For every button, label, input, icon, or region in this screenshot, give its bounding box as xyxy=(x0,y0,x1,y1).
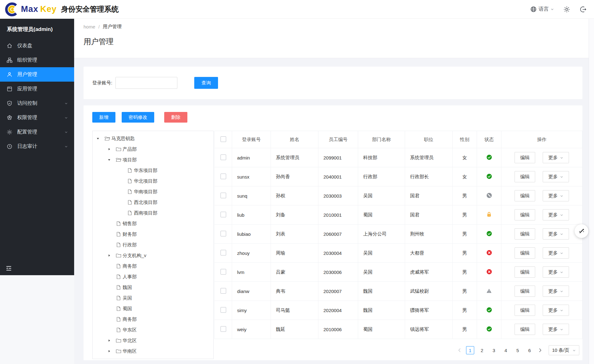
delete-button[interactable]: 删除 xyxy=(164,112,187,123)
tree-node[interactable]: 分支机构_v xyxy=(93,250,213,261)
page-number-2[interactable]: 2 xyxy=(478,346,486,354)
more-button[interactable]: 更多 xyxy=(543,190,569,201)
edit-button[interactable]: 编辑 xyxy=(515,305,535,316)
page-number-5[interactable]: 5 xyxy=(514,346,522,354)
row-checkbox[interactable] xyxy=(221,269,226,275)
more-button[interactable]: 更多 xyxy=(543,171,569,182)
magic-wand-fab[interactable] xyxy=(575,224,588,238)
next-page-button[interactable] xyxy=(537,348,543,352)
sidebar-item-5[interactable]: 权限管理 xyxy=(0,110,74,125)
edit-button[interactable]: 编辑 xyxy=(515,228,535,240)
tree-node[interactable]: 财务部 xyxy=(93,229,213,240)
tree-node[interactable]: 华北项目部 xyxy=(93,176,213,186)
page-number-3[interactable]: 3 xyxy=(490,346,498,354)
tree-node[interactable]: 西北项目部 xyxy=(93,197,213,208)
tree-node[interactable]: 华南项目部 xyxy=(93,186,213,197)
row-checkbox[interactable] xyxy=(221,154,226,160)
more-button[interactable]: 更多 xyxy=(543,324,569,335)
tree-node[interactable]: 销售部 xyxy=(93,218,213,229)
caret-down-icon[interactable] xyxy=(107,158,115,161)
more-button[interactable]: 更多 xyxy=(543,305,569,316)
page-number-6[interactable]: 6 xyxy=(525,346,534,354)
change-password-button[interactable]: 密码修改 xyxy=(122,112,154,123)
tree-node[interactable]: 魏国 xyxy=(93,282,213,293)
caret-right-icon[interactable] xyxy=(107,339,115,342)
file-icon xyxy=(127,168,133,173)
caret-down-icon[interactable] xyxy=(96,137,104,140)
row-checkbox[interactable] xyxy=(221,250,226,255)
sidebar-item-6[interactable]: 配置管理 xyxy=(0,125,74,139)
cell-name: 系统管理员 xyxy=(276,155,299,160)
cell-department: 吴国 xyxy=(363,250,373,255)
gear-icon[interactable] xyxy=(563,6,570,13)
tree-node-label: 分支机构_v xyxy=(123,253,146,259)
page-number-4[interactable]: 4 xyxy=(502,346,510,354)
tree-node[interactable]: 人事部 xyxy=(93,271,213,282)
org-icon xyxy=(6,57,13,63)
page-number-1[interactable]: 1 xyxy=(466,346,474,354)
tree-node[interactable]: 华南区 xyxy=(93,346,213,356)
scrollbar-track[interactable] xyxy=(589,19,594,364)
login-account-input[interactable] xyxy=(115,77,177,89)
caret-right-icon[interactable] xyxy=(107,148,115,151)
sidebar-item-2[interactable]: 用户管理 xyxy=(0,67,74,82)
edit-button[interactable]: 编辑 xyxy=(515,286,535,297)
edit-button[interactable]: 编辑 xyxy=(515,247,535,259)
tree-node[interactable]: 项目部 xyxy=(93,154,213,165)
edit-button[interactable]: 编辑 xyxy=(515,171,535,182)
row-checkbox[interactable] xyxy=(221,231,226,236)
tree-node[interactable]: 蜀国 xyxy=(93,303,213,314)
select-all-checkbox[interactable] xyxy=(221,136,226,142)
query-button[interactable]: 查询 xyxy=(194,77,218,89)
more-button[interactable]: 更多 xyxy=(543,228,569,240)
logout-icon[interactable] xyxy=(580,6,586,13)
tree-node[interactable]: 华东项目部 xyxy=(93,165,213,176)
language-switcher[interactable]: 语言 xyxy=(530,6,554,13)
more-button[interactable]: 更多 xyxy=(543,266,569,278)
tree-node[interactable]: 华东区 xyxy=(93,325,213,335)
sidebar-item-4[interactable]: 访问控制 xyxy=(0,96,74,110)
row-checkbox[interactable] xyxy=(221,326,226,332)
more-button[interactable]: 更多 xyxy=(543,286,569,297)
edit-button[interactable]: 编辑 xyxy=(515,152,535,163)
sidebar-item-0[interactable]: 仪表盘 xyxy=(0,38,74,53)
more-button[interactable]: 更多 xyxy=(543,209,569,220)
more-button[interactable]: 更多 xyxy=(543,152,569,163)
row-checkbox[interactable] xyxy=(221,174,226,179)
add-button[interactable]: 新增 xyxy=(92,112,115,123)
cell-gender: 男 xyxy=(462,250,467,255)
tree-node[interactable]: 西南项目部 xyxy=(93,208,213,218)
caret-right-icon[interactable] xyxy=(107,350,115,353)
more-button[interactable]: 更多 xyxy=(543,247,569,259)
tree-node[interactable]: 马克思钥匙 xyxy=(93,133,213,144)
sidebar-item-label: 仪表盘 xyxy=(17,43,32,49)
page-title: 用户管理 xyxy=(84,37,585,47)
tree-node[interactable]: 商务部 xyxy=(93,314,213,325)
tree-node[interactable]: 商务部 xyxy=(93,261,213,271)
cell-position: 镇远将军 xyxy=(410,326,429,332)
tree-node[interactable]: 行政部 xyxy=(93,240,213,250)
tree-node[interactable]: 吴国 xyxy=(93,293,213,303)
tree-node[interactable]: 产品部 xyxy=(93,144,213,154)
sidebar-item-1[interactable]: 组织管理 xyxy=(0,53,74,67)
edit-button[interactable]: 编辑 xyxy=(515,209,535,220)
tree-node-label: 华南项目部 xyxy=(134,189,157,195)
caret-right-icon[interactable] xyxy=(107,254,115,257)
status-locked-icon xyxy=(487,212,491,217)
edit-button[interactable]: 编辑 xyxy=(515,190,535,201)
edit-button[interactable]: 编辑 xyxy=(515,266,535,278)
sidebar-item-3[interactable]: 应用管理 xyxy=(0,82,74,96)
edit-button[interactable]: 编辑 xyxy=(515,324,535,335)
row-checkbox[interactable] xyxy=(221,288,226,294)
menu-fold-icon[interactable] xyxy=(5,265,13,272)
prev-page-button[interactable] xyxy=(457,348,462,352)
cell-account: dianw xyxy=(237,289,249,294)
row-checkbox[interactable] xyxy=(221,212,226,217)
page-size-select[interactable]: 10 条/页 xyxy=(549,345,579,355)
sidebar-item-7[interactable]: 日志审计 xyxy=(0,139,74,154)
file-icon xyxy=(127,200,133,205)
row-checkbox[interactable] xyxy=(221,193,226,198)
breadcrumb-home[interactable]: home xyxy=(84,24,95,29)
tree-node[interactable]: 华北区 xyxy=(93,335,213,346)
row-checkbox[interactable] xyxy=(221,307,226,313)
